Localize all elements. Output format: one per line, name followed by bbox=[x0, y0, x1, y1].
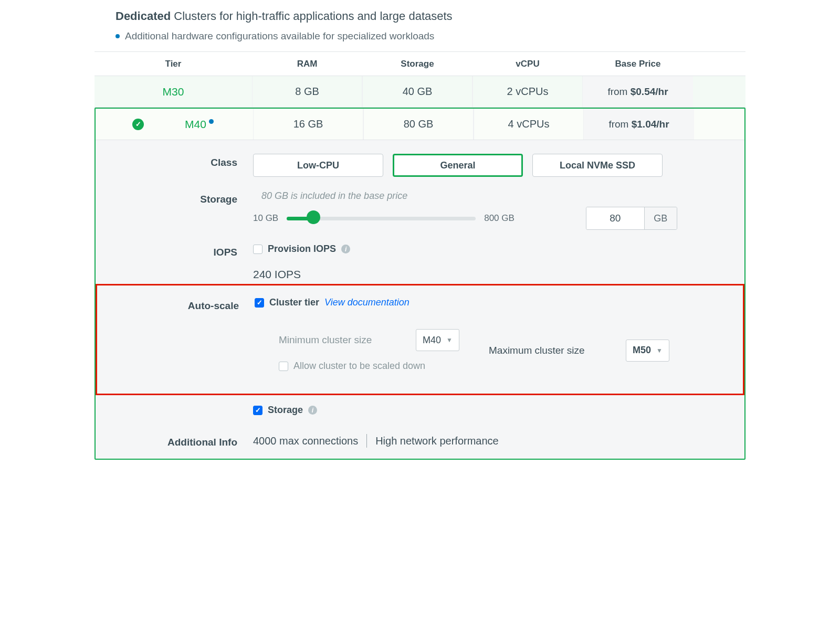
provision-iops-label: Provision IOPS bbox=[268, 244, 336, 255]
blue-dot-icon bbox=[209, 119, 214, 124]
max-size-panel: Maximum cluster size M50 ▼ bbox=[477, 319, 681, 382]
col-tier: Tier bbox=[94, 59, 252, 69]
storage-unit: GB bbox=[644, 207, 677, 229]
cluster-tier-label: Cluster tier bbox=[269, 297, 319, 308]
additional-info-label: Additional Info bbox=[96, 433, 253, 448]
slider-min: 10 GB bbox=[253, 213, 278, 224]
min-size-select[interactable]: M40 ▼ bbox=[416, 329, 459, 351]
min-size-panel: Minimum cluster size M40 ▼ Allow cl bbox=[267, 319, 471, 382]
chevron-down-icon: ▼ bbox=[446, 336, 453, 344]
autoscale-label: Auto-scale bbox=[97, 297, 255, 382]
tier-price-m40: from $1.04/hr bbox=[584, 109, 694, 140]
price-prefix: from bbox=[608, 119, 628, 130]
storage-input-group: GB bbox=[586, 207, 677, 230]
selected-tier-outline: ✓ M40 16 GB 80 GB 4 vCPUs from $1.04/hr … bbox=[94, 108, 746, 460]
allow-scale-down-label: Allow cluster to be scaled down bbox=[293, 361, 425, 372]
storage-autoscale-label: Storage bbox=[268, 405, 303, 416]
allow-scale-down-checkbox[interactable] bbox=[279, 362, 288, 371]
max-size-value: M50 bbox=[633, 345, 651, 356]
info-icon[interactable]: i bbox=[341, 245, 350, 253]
class-option-low-cpu[interactable]: Low-CPU bbox=[253, 154, 383, 177]
provision-iops-checkbox[interactable] bbox=[253, 245, 262, 254]
tier-name-m40: M40 bbox=[185, 118, 206, 130]
table-header-row: Tier RAM Storage vCPU Base Price bbox=[94, 52, 746, 76]
tier-ram-m30: 8 GB bbox=[252, 76, 362, 107]
section-header: Dedicated Clusters for high-traffic appl… bbox=[94, 0, 746, 27]
cluster-tier-checkbox[interactable] bbox=[255, 298, 264, 308]
info-icon[interactable]: i bbox=[308, 406, 317, 415]
check-icon: ✓ bbox=[132, 119, 144, 130]
tier-name-m30: M30 bbox=[163, 86, 184, 98]
tier-vcpu-m30: 2 vCPUs bbox=[472, 76, 583, 107]
tier-storage-m30: 40 GB bbox=[362, 76, 472, 107]
price-prefix: from bbox=[607, 86, 627, 98]
additional-info-b: High network performance bbox=[375, 435, 499, 447]
storage-slider[interactable] bbox=[287, 213, 476, 224]
price-value: $0.54/hr bbox=[631, 86, 668, 98]
tier-table: Tier RAM Storage vCPU Base Price M30 8 G… bbox=[94, 51, 746, 460]
tier-name-cell: M30 bbox=[94, 86, 252, 98]
tier-price-m30: from $0.54/hr bbox=[583, 76, 693, 107]
autoscale-highlight: Auto-scale Cluster tier View documentati… bbox=[96, 284, 744, 395]
col-price: Base Price bbox=[583, 59, 693, 69]
tier-row-m30[interactable]: M30 8 GB 40 GB 2 vCPUs from $0.54/hr bbox=[94, 76, 746, 108]
min-size-label: Minimum cluster size bbox=[279, 334, 372, 346]
col-storage: Storage bbox=[362, 59, 472, 69]
tier-ram-m40: 16 GB bbox=[253, 109, 363, 140]
col-vcpu: vCPU bbox=[472, 59, 583, 69]
blue-dot-icon bbox=[116, 34, 120, 38]
storage-input[interactable] bbox=[586, 207, 644, 229]
section-subheader-text: Additional hardware configurations avail… bbox=[125, 30, 434, 42]
section-subheader: Additional hardware configurations avail… bbox=[94, 27, 746, 51]
iops-value: 240 IOPS bbox=[253, 268, 694, 281]
col-ram: RAM bbox=[252, 59, 362, 69]
max-size-label: Maximum cluster size bbox=[489, 345, 585, 356]
divider-icon bbox=[366, 434, 367, 448]
tier-row-m40[interactable]: ✓ M40 16 GB 80 GB 4 vCPUs from $1.04/hr bbox=[96, 109, 744, 140]
price-value: $1.04/hr bbox=[632, 119, 669, 130]
additional-info-a: 4000 max connections bbox=[253, 435, 358, 447]
section-header-bold: Dedicated bbox=[116, 9, 171, 23]
slider-thumb-icon[interactable] bbox=[307, 210, 320, 224]
iops-label: IOPS bbox=[96, 244, 253, 281]
storage-autoscale-checkbox[interactable] bbox=[253, 406, 262, 415]
chevron-down-icon: ▼ bbox=[656, 347, 663, 354]
storage-label: Storage bbox=[96, 190, 253, 230]
slider-max: 800 GB bbox=[484, 213, 514, 224]
class-option-nvme[interactable]: Local NVMe SSD bbox=[532, 154, 663, 177]
class-label: Class bbox=[96, 154, 253, 177]
min-size-value: M40 bbox=[423, 335, 441, 346]
tier-storage-m40: 80 GB bbox=[363, 109, 474, 140]
class-row: Class Low-CPU General Local NVMe SSD bbox=[96, 140, 744, 177]
storage-autoscale-row: Storage i bbox=[96, 395, 744, 416]
class-option-general[interactable]: General bbox=[393, 154, 523, 177]
max-size-select[interactable]: M50 ▼ bbox=[626, 340, 669, 362]
view-documentation-link[interactable]: View documentation bbox=[324, 297, 410, 308]
section-header-rest: Clusters for high-traffic applications a… bbox=[171, 9, 452, 23]
storage-hint: 80 GB is included in the base price bbox=[261, 190, 694, 202]
additional-info-row: Additional Info 4000 max connections Hig… bbox=[96, 416, 744, 448]
tier-vcpu-m40: 4 vCPUs bbox=[474, 109, 584, 140]
storage-row: Storage 80 GB is included in the base pr… bbox=[96, 177, 744, 230]
tier-name-cell-m40: ✓ M40 bbox=[96, 118, 253, 131]
iops-row: IOPS Provision IOPS i 240 IOPS bbox=[96, 230, 744, 281]
